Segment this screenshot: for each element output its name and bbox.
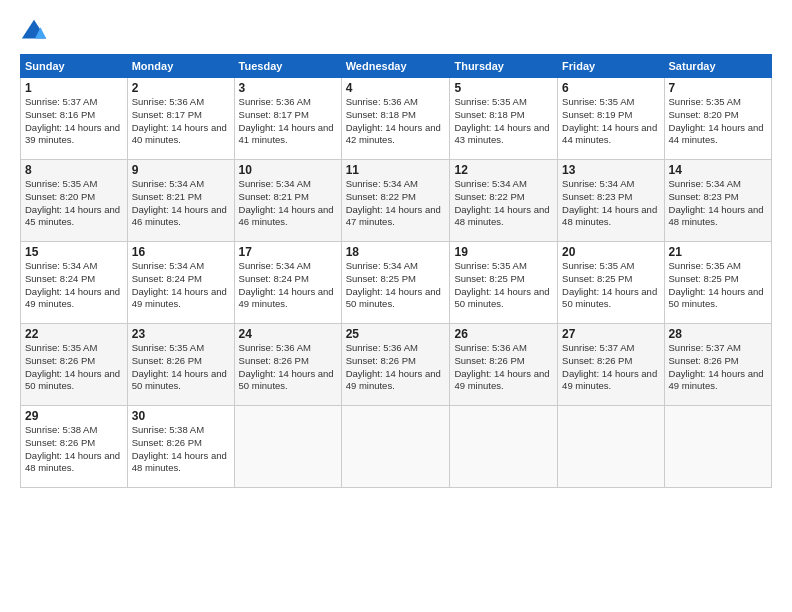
day-number: 10	[239, 163, 337, 177]
day-number: 8	[25, 163, 123, 177]
calendar-cell	[234, 406, 341, 488]
day-number: 4	[346, 81, 446, 95]
calendar-cell: 9 Sunrise: 5:34 AMSunset: 8:21 PMDayligh…	[127, 160, 234, 242]
day-number: 1	[25, 81, 123, 95]
header-row: SundayMondayTuesdayWednesdayThursdayFrid…	[21, 55, 772, 78]
day-detail: Sunrise: 5:36 AMSunset: 8:26 PMDaylight:…	[454, 342, 553, 393]
calendar-cell: 30 Sunrise: 5:38 AMSunset: 8:26 PMDaylig…	[127, 406, 234, 488]
calendar-row: 8 Sunrise: 5:35 AMSunset: 8:20 PMDayligh…	[21, 160, 772, 242]
header-cell: Tuesday	[234, 55, 341, 78]
day-detail: Sunrise: 5:38 AMSunset: 8:26 PMDaylight:…	[25, 424, 123, 475]
day-detail: Sunrise: 5:37 AMSunset: 8:26 PMDaylight:…	[669, 342, 767, 393]
calendar-cell: 6 Sunrise: 5:35 AMSunset: 8:19 PMDayligh…	[558, 78, 664, 160]
calendar-row: 1 Sunrise: 5:37 AMSunset: 8:16 PMDayligh…	[21, 78, 772, 160]
calendar-cell: 13 Sunrise: 5:34 AMSunset: 8:23 PMDaylig…	[558, 160, 664, 242]
day-detail: Sunrise: 5:34 AMSunset: 8:21 PMDaylight:…	[132, 178, 230, 229]
calendar-page: SundayMondayTuesdayWednesdayThursdayFrid…	[0, 0, 792, 612]
calendar-cell	[341, 406, 450, 488]
header-cell: Saturday	[664, 55, 771, 78]
day-number: 16	[132, 245, 230, 259]
day-detail: Sunrise: 5:34 AMSunset: 8:22 PMDaylight:…	[346, 178, 446, 229]
day-number: 18	[346, 245, 446, 259]
day-detail: Sunrise: 5:34 AMSunset: 8:25 PMDaylight:…	[346, 260, 446, 311]
day-number: 25	[346, 327, 446, 341]
calendar-cell: 14 Sunrise: 5:34 AMSunset: 8:23 PMDaylig…	[664, 160, 771, 242]
calendar-table: SundayMondayTuesdayWednesdayThursdayFrid…	[20, 54, 772, 488]
day-detail: Sunrise: 5:35 AMSunset: 8:25 PMDaylight:…	[669, 260, 767, 311]
calendar-row: 15 Sunrise: 5:34 AMSunset: 8:24 PMDaylig…	[21, 242, 772, 324]
day-detail: Sunrise: 5:35 AMSunset: 8:18 PMDaylight:…	[454, 96, 553, 147]
calendar-cell: 27 Sunrise: 5:37 AMSunset: 8:26 PMDaylig…	[558, 324, 664, 406]
calendar-cell: 2 Sunrise: 5:36 AMSunset: 8:17 PMDayligh…	[127, 78, 234, 160]
header-cell: Friday	[558, 55, 664, 78]
calendar-cell: 25 Sunrise: 5:36 AMSunset: 8:26 PMDaylig…	[341, 324, 450, 406]
calendar-cell: 8 Sunrise: 5:35 AMSunset: 8:20 PMDayligh…	[21, 160, 128, 242]
calendar-cell: 10 Sunrise: 5:34 AMSunset: 8:21 PMDaylig…	[234, 160, 341, 242]
day-number: 15	[25, 245, 123, 259]
day-number: 27	[562, 327, 659, 341]
day-detail: Sunrise: 5:34 AMSunset: 8:24 PMDaylight:…	[132, 260, 230, 311]
day-detail: Sunrise: 5:36 AMSunset: 8:17 PMDaylight:…	[239, 96, 337, 147]
day-number: 20	[562, 245, 659, 259]
calendar-cell: 12 Sunrise: 5:34 AMSunset: 8:22 PMDaylig…	[450, 160, 558, 242]
calendar-cell: 21 Sunrise: 5:35 AMSunset: 8:25 PMDaylig…	[664, 242, 771, 324]
calendar-cell: 17 Sunrise: 5:34 AMSunset: 8:24 PMDaylig…	[234, 242, 341, 324]
calendar-cell: 23 Sunrise: 5:35 AMSunset: 8:26 PMDaylig…	[127, 324, 234, 406]
day-detail: Sunrise: 5:34 AMSunset: 8:21 PMDaylight:…	[239, 178, 337, 229]
day-number: 26	[454, 327, 553, 341]
day-number: 29	[25, 409, 123, 423]
day-detail: Sunrise: 5:35 AMSunset: 8:26 PMDaylight:…	[25, 342, 123, 393]
calendar-row: 22 Sunrise: 5:35 AMSunset: 8:26 PMDaylig…	[21, 324, 772, 406]
header-cell: Monday	[127, 55, 234, 78]
calendar-cell: 19 Sunrise: 5:35 AMSunset: 8:25 PMDaylig…	[450, 242, 558, 324]
day-detail: Sunrise: 5:37 AMSunset: 8:26 PMDaylight:…	[562, 342, 659, 393]
header-cell: Wednesday	[341, 55, 450, 78]
day-detail: Sunrise: 5:35 AMSunset: 8:26 PMDaylight:…	[132, 342, 230, 393]
day-detail: Sunrise: 5:35 AMSunset: 8:25 PMDaylight:…	[562, 260, 659, 311]
day-number: 30	[132, 409, 230, 423]
day-detail: Sunrise: 5:35 AMSunset: 8:20 PMDaylight:…	[25, 178, 123, 229]
calendar-cell: 24 Sunrise: 5:36 AMSunset: 8:26 PMDaylig…	[234, 324, 341, 406]
calendar-cell: 18 Sunrise: 5:34 AMSunset: 8:25 PMDaylig…	[341, 242, 450, 324]
day-detail: Sunrise: 5:34 AMSunset: 8:22 PMDaylight:…	[454, 178, 553, 229]
calendar-cell: 28 Sunrise: 5:37 AMSunset: 8:26 PMDaylig…	[664, 324, 771, 406]
calendar-cell	[450, 406, 558, 488]
day-detail: Sunrise: 5:34 AMSunset: 8:24 PMDaylight:…	[25, 260, 123, 311]
day-number: 24	[239, 327, 337, 341]
day-number: 13	[562, 163, 659, 177]
day-number: 11	[346, 163, 446, 177]
day-number: 3	[239, 81, 337, 95]
day-number: 19	[454, 245, 553, 259]
calendar-header: SundayMondayTuesdayWednesdayThursdayFrid…	[21, 55, 772, 78]
day-number: 28	[669, 327, 767, 341]
calendar-cell: 11 Sunrise: 5:34 AMSunset: 8:22 PMDaylig…	[341, 160, 450, 242]
calendar-cell: 4 Sunrise: 5:36 AMSunset: 8:18 PMDayligh…	[341, 78, 450, 160]
day-number: 21	[669, 245, 767, 259]
logo	[20, 18, 52, 46]
calendar-cell: 3 Sunrise: 5:36 AMSunset: 8:17 PMDayligh…	[234, 78, 341, 160]
calendar-body: 1 Sunrise: 5:37 AMSunset: 8:16 PMDayligh…	[21, 78, 772, 488]
calendar-cell: 26 Sunrise: 5:36 AMSunset: 8:26 PMDaylig…	[450, 324, 558, 406]
day-number: 9	[132, 163, 230, 177]
day-number: 14	[669, 163, 767, 177]
calendar-cell: 20 Sunrise: 5:35 AMSunset: 8:25 PMDaylig…	[558, 242, 664, 324]
day-detail: Sunrise: 5:35 AMSunset: 8:20 PMDaylight:…	[669, 96, 767, 147]
calendar-cell: 15 Sunrise: 5:34 AMSunset: 8:24 PMDaylig…	[21, 242, 128, 324]
day-detail: Sunrise: 5:35 AMSunset: 8:19 PMDaylight:…	[562, 96, 659, 147]
calendar-cell: 29 Sunrise: 5:38 AMSunset: 8:26 PMDaylig…	[21, 406, 128, 488]
day-number: 6	[562, 81, 659, 95]
calendar-cell: 5 Sunrise: 5:35 AMSunset: 8:18 PMDayligh…	[450, 78, 558, 160]
day-number: 23	[132, 327, 230, 341]
calendar-cell: 22 Sunrise: 5:35 AMSunset: 8:26 PMDaylig…	[21, 324, 128, 406]
calendar-cell: 7 Sunrise: 5:35 AMSunset: 8:20 PMDayligh…	[664, 78, 771, 160]
day-number: 5	[454, 81, 553, 95]
day-number: 22	[25, 327, 123, 341]
day-detail: Sunrise: 5:36 AMSunset: 8:26 PMDaylight:…	[239, 342, 337, 393]
calendar-cell: 1 Sunrise: 5:37 AMSunset: 8:16 PMDayligh…	[21, 78, 128, 160]
day-detail: Sunrise: 5:34 AMSunset: 8:24 PMDaylight:…	[239, 260, 337, 311]
calendar-cell: 16 Sunrise: 5:34 AMSunset: 8:24 PMDaylig…	[127, 242, 234, 324]
header-cell: Thursday	[450, 55, 558, 78]
day-detail: Sunrise: 5:35 AMSunset: 8:25 PMDaylight:…	[454, 260, 553, 311]
day-detail: Sunrise: 5:36 AMSunset: 8:17 PMDaylight:…	[132, 96, 230, 147]
day-number: 12	[454, 163, 553, 177]
